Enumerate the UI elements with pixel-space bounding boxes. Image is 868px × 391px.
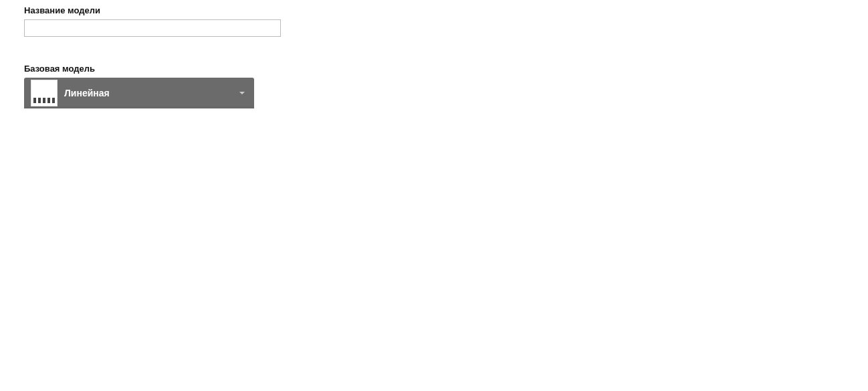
base-model-dropdown[interactable]: Линейная Линейная <box>24 78 254 108</box>
dropdown-selected-label: Линейная <box>64 88 239 98</box>
model-name-input[interactable] <box>24 19 281 37</box>
linear-model-icon <box>31 80 58 106</box>
chevron-down-icon <box>239 92 245 94</box>
model-name-label: Название модели <box>24 5 844 15</box>
base-model-label: Базовая модель <box>24 64 844 74</box>
dropdown-selected[interactable]: Линейная <box>24 78 254 108</box>
